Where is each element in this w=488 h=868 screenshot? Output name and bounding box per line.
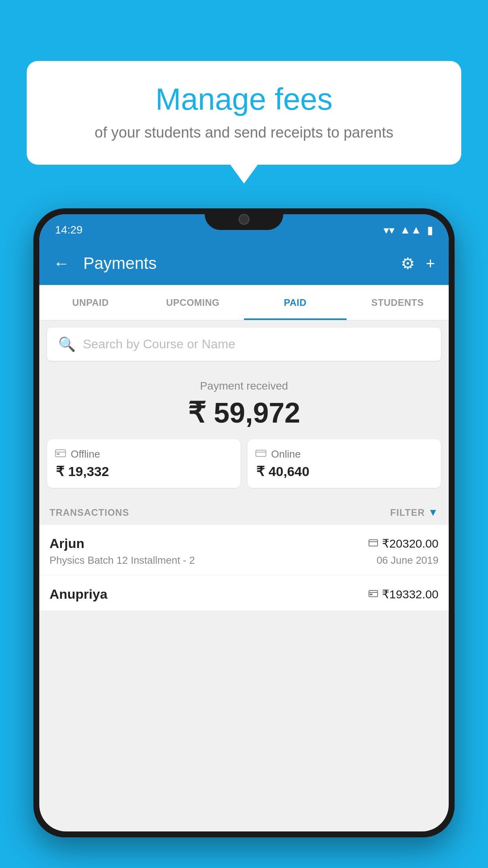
wifi-icon: ▾▾ [383, 224, 394, 237]
add-button[interactable]: + [426, 255, 435, 272]
transaction-item-anupriya[interactable]: Anupriya ₹19332.00 [39, 576, 449, 611]
filter-button[interactable]: FILTER ▼ [390, 506, 438, 519]
transaction-item-arjun[interactable]: Arjun ₹20320.00 Physics [39, 525, 449, 576]
tab-students[interactable]: STUDENTS [347, 285, 449, 320]
tabs-bar: UNPAID UPCOMING PAID STUDENTS [39, 285, 449, 320]
online-label: Online [271, 448, 301, 460]
phone-camera [238, 214, 250, 225]
transaction-row-bottom-1: Physics Batch 12 Installment - 2 06 June… [50, 554, 438, 566]
tab-paid[interactable]: PAID [244, 285, 347, 320]
transaction-partial-right-2: ₹19332.00 [369, 587, 438, 601]
search-bar[interactable]: 🔍 Search by Course or Name [47, 327, 441, 361]
svg-rect-5 [369, 540, 378, 546]
transaction-card-icon-1 [369, 537, 378, 550]
phone-notch [205, 208, 283, 230]
svg-rect-2 [57, 453, 60, 455]
back-button[interactable]: ← [53, 254, 70, 273]
transaction-offline-icon-2 [369, 588, 378, 600]
tab-unpaid[interactable]: UNPAID [39, 285, 142, 320]
tab-upcoming[interactable]: UPCOMING [142, 285, 244, 320]
transaction-date-1: 06 June 2019 [376, 554, 438, 566]
transaction-detail-1: Physics Batch 12 Installment - 2 [50, 554, 195, 566]
offline-amount: ₹ 19,332 [55, 463, 233, 479]
battery-icon: ▮ [427, 224, 433, 237]
search-placeholder-text: Search by Course or Name [83, 337, 235, 351]
speech-bubble: Manage fees of your students and send re… [27, 61, 461, 165]
transactions-header: TRANSACTIONS FILTER ▼ [39, 498, 449, 525]
app-bar: ← Payments ⚙ + [39, 242, 449, 285]
payment-cards: Offline ₹ 19,332 Online [47, 439, 441, 488]
online-payment-card: Online ₹ 40,640 [248, 439, 441, 488]
online-amount: ₹ 40,640 [255, 463, 433, 479]
svg-rect-0 [55, 450, 66, 457]
phone-screen: 14:29 ▾▾ ▲▲ ▮ ← Payments ⚙ + UNPAID [39, 214, 449, 831]
transaction-partial-top-2: Anupriya ₹19332.00 [50, 587, 438, 602]
signal-icon: ▲▲ [400, 224, 422, 236]
transaction-amount-2: ₹19332.00 [382, 587, 438, 601]
phone-frame: 14:29 ▾▾ ▲▲ ▮ ← Payments ⚙ + UNPAID [33, 208, 455, 837]
transaction-amount-row-1: ₹20320.00 [369, 537, 438, 550]
online-card-header: Online [255, 448, 433, 460]
svg-rect-9 [370, 594, 372, 595]
phone-container: 14:29 ▾▾ ▲▲ ▮ ← Payments ⚙ + UNPAID [33, 208, 455, 868]
offline-label: Offline [71, 448, 100, 460]
bubble-subtitle: of your students and send receipts to pa… [50, 124, 438, 141]
transaction-name-2: Anupriya [50, 587, 107, 602]
app-bar-actions: ⚙ + [401, 254, 435, 272]
offline-payment-card: Offline ₹ 19,332 [47, 439, 240, 488]
speech-bubble-container: Manage fees of your students and send re… [27, 61, 461, 165]
filter-label: FILTER [390, 507, 425, 518]
online-icon [255, 448, 266, 460]
svg-rect-3 [256, 450, 266, 456]
transaction-list: Arjun ₹20320.00 Physics [39, 525, 449, 611]
offline-icon [55, 448, 66, 460]
transaction-amount-1: ₹20320.00 [382, 537, 438, 550]
offline-card-header: Offline [55, 448, 233, 460]
filter-icon: ▼ [428, 506, 438, 519]
transaction-name-1: Arjun [50, 536, 84, 551]
settings-icon[interactable]: ⚙ [401, 254, 415, 272]
status-icons: ▾▾ ▲▲ ▮ [383, 224, 433, 237]
transaction-row-top-1: Arjun ₹20320.00 [50, 536, 438, 551]
payment-total-amount: ₹ 59,972 [47, 396, 441, 429]
app-bar-title: Payments [83, 254, 391, 273]
payment-received-label: Payment received [47, 380, 441, 392]
search-icon: 🔍 [58, 336, 76, 353]
payment-summary: Payment received ₹ 59,972 [39, 368, 449, 498]
status-time: 14:29 [55, 224, 83, 236]
bubble-title: Manage fees [50, 83, 438, 116]
transactions-label: TRANSACTIONS [50, 507, 129, 518]
